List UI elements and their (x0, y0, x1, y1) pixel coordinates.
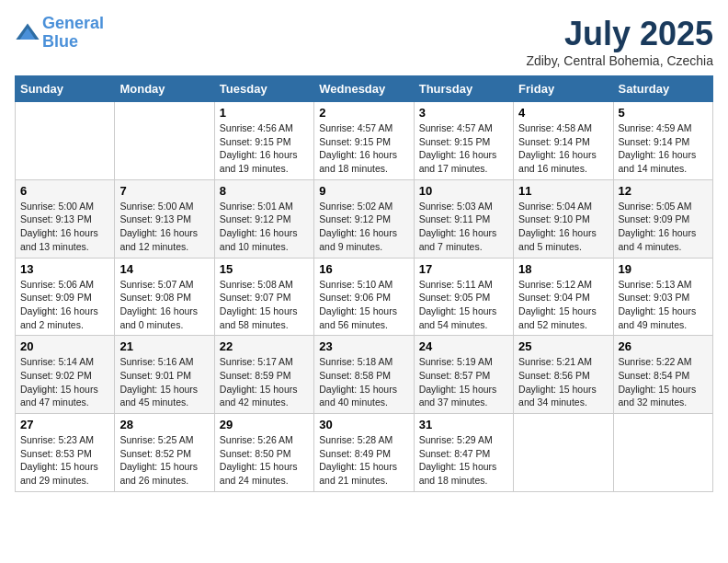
weekday-header-tuesday: Tuesday (214, 76, 313, 102)
calendar-cell: 16Sunrise: 5:10 AM Sunset: 9:06 PM Dayli… (314, 258, 414, 336)
day-info: Sunrise: 5:22 AM Sunset: 8:54 PM Dayligh… (619, 355, 708, 409)
day-number: 17 (419, 262, 508, 276)
weekday-header-sunday: Sunday (16, 76, 115, 102)
calendar-cell: 8Sunrise: 5:01 AM Sunset: 9:12 PM Daylig… (214, 179, 313, 258)
calendar-cell: 25Sunrise: 5:21 AM Sunset: 8:56 PM Dayli… (514, 336, 613, 414)
day-info: Sunrise: 5:10 AM Sunset: 9:06 PM Dayligh… (319, 278, 408, 332)
day-info: Sunrise: 5:25 AM Sunset: 8:52 PM Dayligh… (119, 433, 209, 488)
day-number: 11 (518, 184, 608, 198)
calendar-cell (514, 414, 613, 492)
day-info: Sunrise: 5:26 AM Sunset: 8:50 PM Dayligh… (220, 433, 309, 488)
calendar-cell: 22Sunrise: 5:17 AM Sunset: 8:59 PM Dayli… (214, 336, 313, 414)
day-number: 12 (619, 184, 708, 198)
day-info: Sunrise: 5:13 AM Sunset: 9:03 PM Dayligh… (619, 278, 708, 332)
calendar-table: SundayMondayTuesdayWednesdayThursdayFrid… (15, 75, 713, 492)
calendar-cell: 29Sunrise: 5:26 AM Sunset: 8:50 PM Dayli… (214, 414, 313, 492)
day-number: 19 (619, 262, 708, 276)
weekday-header-saturday: Saturday (613, 76, 712, 102)
calendar-cell: 31Sunrise: 5:29 AM Sunset: 8:47 PM Dayli… (414, 414, 513, 492)
day-number: 22 (220, 339, 309, 353)
calendar-cell: 27Sunrise: 5:23 AM Sunset: 8:53 PM Dayli… (16, 414, 115, 492)
title-area: July 2025 Zdiby, Central Bohemia, Czechi… (526, 15, 713, 68)
calendar-week-row: 13Sunrise: 5:06 AM Sunset: 9:09 PM Dayli… (16, 258, 713, 336)
day-number: 20 (20, 339, 109, 353)
page-header: General Blue July 2025 Zdiby, Central Bo… (15, 15, 713, 68)
day-info: Sunrise: 4:57 AM Sunset: 9:15 PM Dayligh… (319, 121, 408, 176)
day-info: Sunrise: 4:59 AM Sunset: 9:14 PM Dayligh… (619, 121, 708, 176)
day-info: Sunrise: 5:18 AM Sunset: 8:58 PM Dayligh… (319, 355, 408, 409)
calendar-header-row: SundayMondayTuesdayWednesdayThursdayFrid… (16, 76, 713, 102)
day-number: 3 (419, 106, 508, 120)
day-number: 8 (220, 184, 309, 198)
day-number: 15 (220, 262, 309, 276)
calendar-body: 1Sunrise: 4:56 AM Sunset: 9:15 PM Daylig… (16, 102, 713, 492)
calendar-cell: 1Sunrise: 4:56 AM Sunset: 9:15 PM Daylig… (214, 102, 313, 180)
weekday-header-thursday: Thursday (414, 76, 513, 102)
day-info: Sunrise: 4:56 AM Sunset: 9:15 PM Dayligh… (220, 121, 309, 176)
day-number: 16 (319, 262, 408, 276)
logo-text: General Blue (42, 15, 104, 52)
weekday-header-wednesday: Wednesday (314, 76, 414, 102)
day-number: 2 (319, 106, 408, 120)
calendar-cell (613, 414, 712, 492)
weekday-header-friday: Friday (514, 76, 613, 102)
day-info: Sunrise: 5:00 AM Sunset: 9:13 PM Dayligh… (119, 200, 209, 254)
logo-line1: General (42, 14, 104, 32)
calendar-cell: 12Sunrise: 5:05 AM Sunset: 9:09 PM Dayli… (613, 179, 712, 258)
calendar-cell: 10Sunrise: 5:03 AM Sunset: 9:11 PM Dayli… (414, 179, 513, 258)
calendar-cell: 2Sunrise: 4:57 AM Sunset: 9:15 PM Daylig… (314, 102, 414, 180)
logo: General Blue (15, 15, 104, 52)
calendar-cell: 13Sunrise: 5:06 AM Sunset: 9:09 PM Dayli… (16, 258, 115, 336)
day-number: 23 (319, 339, 408, 353)
day-info: Sunrise: 5:05 AM Sunset: 9:09 PM Dayligh… (619, 200, 708, 254)
calendar-cell: 4Sunrise: 4:58 AM Sunset: 9:14 PM Daylig… (514, 102, 613, 180)
day-number: 26 (619, 339, 708, 353)
day-info: Sunrise: 4:58 AM Sunset: 9:14 PM Dayligh… (518, 121, 608, 176)
day-number: 9 (319, 184, 408, 198)
day-info: Sunrise: 5:16 AM Sunset: 9:01 PM Dayligh… (119, 355, 209, 409)
calendar-cell: 19Sunrise: 5:13 AM Sunset: 9:03 PM Dayli… (613, 258, 712, 336)
day-info: Sunrise: 5:07 AM Sunset: 9:08 PM Dayligh… (119, 278, 209, 332)
day-number: 31 (419, 418, 508, 431)
day-number: 6 (20, 184, 109, 198)
day-number: 10 (419, 184, 508, 198)
calendar-cell: 15Sunrise: 5:08 AM Sunset: 9:07 PM Dayli… (214, 258, 313, 336)
day-number: 24 (419, 339, 508, 353)
calendar-week-row: 27Sunrise: 5:23 AM Sunset: 8:53 PM Dayli… (16, 414, 713, 492)
calendar-cell: 20Sunrise: 5:14 AM Sunset: 9:02 PM Dayli… (16, 336, 115, 414)
calendar-cell: 3Sunrise: 4:57 AM Sunset: 9:15 PM Daylig… (414, 102, 513, 180)
day-info: Sunrise: 5:11 AM Sunset: 9:05 PM Dayligh… (419, 278, 508, 332)
month-title: July 2025 (526, 15, 713, 53)
day-info: Sunrise: 5:19 AM Sunset: 8:57 PM Dayligh… (419, 355, 508, 409)
day-info: Sunrise: 5:08 AM Sunset: 9:07 PM Dayligh… (220, 278, 309, 332)
day-number: 27 (20, 418, 109, 431)
day-number: 13 (20, 262, 109, 276)
day-info: Sunrise: 5:12 AM Sunset: 9:04 PM Dayligh… (518, 278, 608, 332)
calendar-cell: 21Sunrise: 5:16 AM Sunset: 9:01 PM Dayli… (115, 336, 214, 414)
day-number: 30 (319, 418, 408, 431)
calendar-cell: 28Sunrise: 5:25 AM Sunset: 8:52 PM Dayli… (115, 414, 214, 492)
calendar-cell: 6Sunrise: 5:00 AM Sunset: 9:13 PM Daylig… (16, 179, 115, 258)
calendar-cell: 9Sunrise: 5:02 AM Sunset: 9:12 PM Daylig… (314, 179, 414, 258)
calendar-cell: 24Sunrise: 5:19 AM Sunset: 8:57 PM Dayli… (414, 336, 513, 414)
calendar-week-row: 1Sunrise: 4:56 AM Sunset: 9:15 PM Daylig… (16, 102, 713, 180)
calendar-cell: 5Sunrise: 4:59 AM Sunset: 9:14 PM Daylig… (613, 102, 712, 180)
calendar-cell: 26Sunrise: 5:22 AM Sunset: 8:54 PM Dayli… (613, 336, 712, 414)
calendar-cell: 11Sunrise: 5:04 AM Sunset: 9:10 PM Dayli… (514, 179, 613, 258)
day-number: 29 (220, 418, 309, 431)
day-number: 21 (119, 339, 209, 353)
logo-line2: Blue (42, 32, 78, 51)
calendar-cell: 7Sunrise: 5:00 AM Sunset: 9:13 PM Daylig… (115, 179, 214, 258)
calendar-cell: 30Sunrise: 5:28 AM Sunset: 8:49 PM Dayli… (314, 414, 414, 492)
calendar-week-row: 20Sunrise: 5:14 AM Sunset: 9:02 PM Dayli… (16, 336, 713, 414)
day-number: 28 (119, 418, 209, 431)
day-number: 7 (119, 184, 209, 198)
day-info: Sunrise: 5:28 AM Sunset: 8:49 PM Dayligh… (319, 433, 408, 488)
calendar-cell (115, 102, 214, 180)
calendar-cell: 23Sunrise: 5:18 AM Sunset: 8:58 PM Dayli… (314, 336, 414, 414)
calendar-week-row: 6Sunrise: 5:00 AM Sunset: 9:13 PM Daylig… (16, 179, 713, 258)
location: Zdiby, Central Bohemia, Czechia (526, 53, 713, 68)
day-info: Sunrise: 5:02 AM Sunset: 9:12 PM Dayligh… (319, 200, 408, 254)
day-number: 18 (518, 262, 608, 276)
calendar-cell (16, 102, 115, 180)
